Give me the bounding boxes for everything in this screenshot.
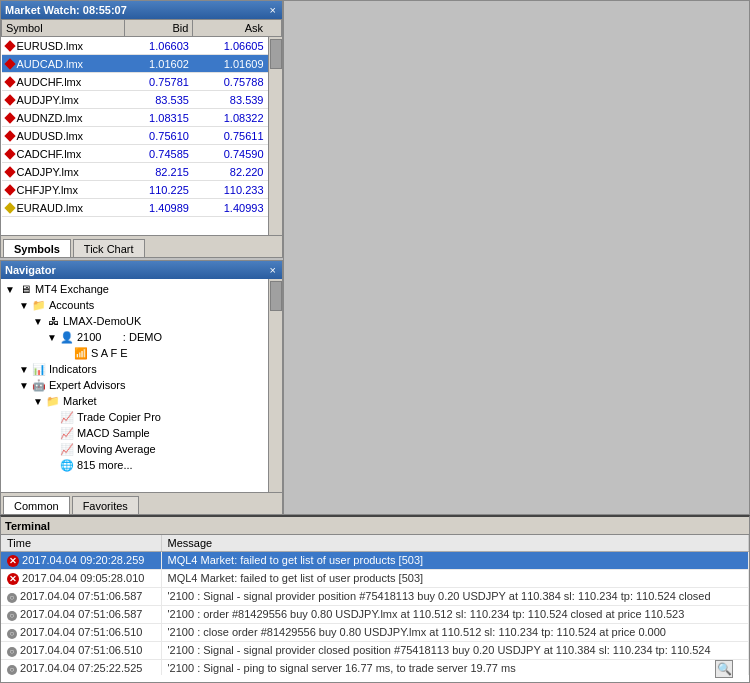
nav-item-icon: 📁	[45, 394, 61, 408]
navigator-panel: Navigator × ▼🖥MT4 Exchange▼📁Accounts▼🖧LM…	[0, 260, 283, 515]
nav-tree-item[interactable]: ▼🖧LMAX-DemoUK	[3, 313, 280, 329]
nav-expand-icon[interactable]: ▼	[3, 284, 17, 295]
terminal-message: MQL4 Market: failed to get list of user …	[161, 570, 749, 588]
nav-tree-item[interactable]: ▼📊Indicators	[3, 361, 280, 377]
nav-item-label: Indicators	[49, 363, 97, 375]
market-row-bid: 1.08315	[124, 109, 193, 127]
terminal-message: '2100 : Signal - signal provider closed …	[161, 642, 749, 660]
tab-common[interactable]: Common	[3, 496, 70, 514]
terminal-message: MQL4 Market: failed to get list of user …	[161, 552, 749, 570]
nav-tree-item[interactable]: 📶S A F E	[3, 345, 280, 361]
terminal-header: Terminal	[1, 517, 749, 535]
nav-expand-icon[interactable]: ▼	[17, 364, 31, 375]
terminal-time: ○ 2017.04.04 07:51:06.510	[1, 624, 161, 642]
nav-expand-icon[interactable]: ▼	[45, 332, 59, 343]
navigator-tabs: Common Favorites	[1, 492, 282, 514]
nav-tree-item[interactable]: ▼🖥MT4 Exchange	[3, 281, 280, 297]
nav-tree-item[interactable]: ▼🤖Expert Advisors	[3, 377, 280, 393]
diamond-icon	[4, 76, 15, 87]
diamond-icon	[4, 166, 15, 177]
terminal-time: ✕ 2017.04.04 09:20:28.259	[1, 552, 161, 570]
terminal-time: ○ 2017.04.04 07:51:06.587	[1, 588, 161, 606]
nav-item-label: Accounts	[49, 299, 94, 311]
diamond-icon	[4, 112, 15, 123]
market-row-symbol[interactable]: EURAUD.lmx	[2, 199, 125, 217]
market-row-symbol[interactable]: AUDCAD.lmx	[2, 55, 125, 73]
market-row-bid: 0.74585	[124, 145, 193, 163]
scroll-thumb[interactable]	[270, 39, 282, 69]
terminal-time: ○ 2017.04.04 07:51:06.587	[1, 606, 161, 624]
nav-item-label: 815 more...	[77, 459, 133, 471]
navigator-scrollbar[interactable]	[268, 279, 282, 507]
market-watch-titlebar: Market Watch: 08:55:07 ×	[1, 1, 282, 19]
nav-tree-item[interactable]: 🌐815 more...	[3, 457, 280, 473]
nav-expand-icon[interactable]: ▼	[17, 300, 31, 311]
nav-item-label: S A F E	[91, 347, 128, 359]
nav-tree-item[interactable]: ▼📁Market	[3, 393, 280, 409]
market-row-symbol[interactable]: AUDUSD.lmx	[2, 127, 125, 145]
tab-favorites[interactable]: Favorites	[72, 496, 139, 514]
nav-expand-icon[interactable]: ▼	[17, 380, 31, 391]
market-row-symbol[interactable]: CADJPY.lmx	[2, 163, 125, 181]
market-row-symbol[interactable]: EURUSD.lmx	[2, 37, 125, 55]
market-row-bid: 1.01602	[124, 55, 193, 73]
error-icon: ✕	[7, 555, 19, 567]
error-icon: ✕	[7, 573, 19, 585]
market-row-bid: 1.40989	[124, 199, 193, 217]
nav-item-label: Trade Copier Pro	[77, 411, 161, 423]
nav-tree-item[interactable]: ▼👤2100 : DEMO	[3, 329, 280, 345]
market-watch-title: Market Watch: 08:55:07	[5, 4, 127, 16]
diamond-icon	[4, 40, 15, 51]
diamond-icon	[4, 94, 15, 105]
market-row-symbol[interactable]: AUDCHF.lmx	[2, 73, 125, 91]
terminal-panel: Terminal Time Message ✕ 2017.04.04 09:20…	[0, 515, 750, 683]
terminal-col-message: Message	[161, 535, 749, 552]
zoom-icon[interactable]: 🔍	[715, 660, 733, 678]
tab-tick-chart[interactable]: Tick Chart	[73, 239, 145, 257]
terminal-time: ○ 2017.04.04 07:51:06.510	[1, 642, 161, 660]
navigator-title: Navigator	[5, 264, 56, 276]
nav-expand-icon[interactable]: ▼	[31, 316, 45, 327]
nav-item-icon: 📊	[31, 362, 47, 376]
info-icon: ○	[7, 647, 17, 657]
market-row-symbol[interactable]: CADCHF.lmx	[2, 145, 125, 163]
terminal-table: Time Message ✕ 2017.04.04 09:20:28.259 M…	[1, 535, 749, 675]
col-symbol: Symbol	[2, 20, 125, 37]
diamond-icon	[4, 184, 15, 195]
terminal-message: '2100 : Signal - ping to signal server 1…	[161, 660, 749, 676]
market-row-bid: 110.225	[124, 181, 193, 199]
tab-symbols[interactable]: Symbols	[3, 239, 71, 257]
col-bid: Bid	[124, 20, 193, 37]
market-row-bid: 83.535	[124, 91, 193, 109]
diamond-icon	[4, 148, 15, 159]
info-icon: ○	[7, 611, 17, 621]
nav-item-label: 2100 : DEMO	[77, 331, 162, 343]
market-row-symbol[interactable]: AUDNZD.lmx	[2, 109, 125, 127]
nav-item-icon: 📈	[59, 442, 75, 456]
nav-tree-item[interactable]: 📈Moving Average	[3, 441, 280, 457]
market-watch-table: Symbol Bid Ask EURUSD.lmx 1.06603 1.0660…	[1, 19, 282, 217]
market-watch-close-button[interactable]: ×	[268, 4, 278, 16]
nav-item-icon: 📁	[31, 298, 47, 312]
market-watch-tabs: Symbols Tick Chart	[1, 235, 282, 257]
nav-item-icon: 📈	[59, 426, 75, 440]
market-watch-scrollbar[interactable]	[268, 37, 282, 252]
navigator-tree: ▼🖥MT4 Exchange▼📁Accounts▼🖧LMAX-DemoUK▼👤2…	[1, 279, 282, 507]
diamond-icon	[4, 202, 15, 213]
nav-item-icon: 🤖	[31, 378, 47, 392]
nav-item-icon: 🌐	[59, 458, 75, 472]
nav-item-label: Moving Average	[77, 443, 156, 455]
nav-item-icon: 📈	[59, 410, 75, 424]
nav-scroll-thumb[interactable]	[270, 281, 282, 311]
nav-tree-item[interactable]: ▼📁Accounts	[3, 297, 280, 313]
market-row-symbol[interactable]: CHFJPY.lmx	[2, 181, 125, 199]
navigator-close-button[interactable]: ×	[268, 264, 278, 276]
market-row-symbol[interactable]: AUDJPY.lmx	[2, 91, 125, 109]
nav-expand-icon[interactable]: ▼	[31, 396, 45, 407]
diamond-icon	[4, 130, 15, 141]
nav-tree-item[interactable]: 📈Trade Copier Pro	[3, 409, 280, 425]
nav-tree-item[interactable]: 📈MACD Sample	[3, 425, 280, 441]
nav-item-icon: 🖧	[45, 314, 61, 328]
terminal-message: '2100 : close order #81429556 buy 0.80 U…	[161, 624, 749, 642]
info-icon: ○	[7, 593, 17, 603]
